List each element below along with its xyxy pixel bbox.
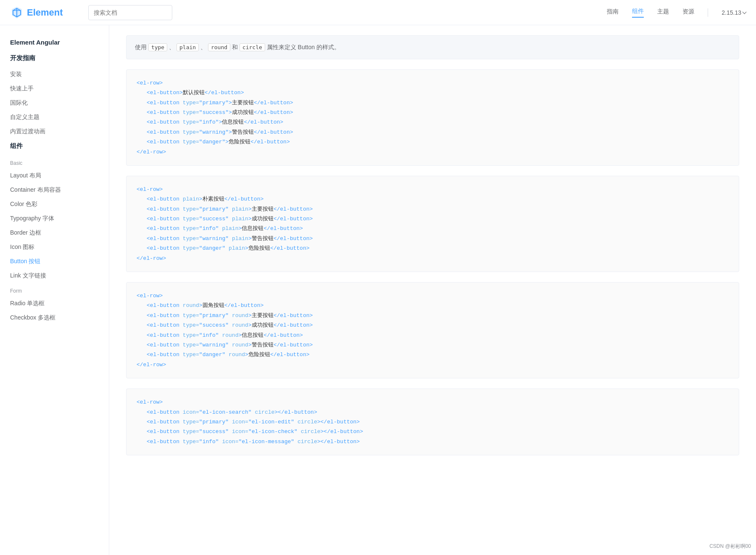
sidebar-item-layout[interactable]: Layout 布局 <box>0 169 109 183</box>
page-layout: Element Angular 开发指南 安装 快速上手 国际化 自定义主题 内… <box>0 25 756 555</box>
nav-item-resources[interactable]: 资源 <box>682 8 694 17</box>
version-selector[interactable]: 2.15.13 <box>722 9 746 16</box>
sidebar-item-container[interactable]: Container 布局容器 <box>0 183 109 197</box>
chevron-down-icon <box>743 10 747 14</box>
sidebar-item-link[interactable]: Link 文字链接 <box>0 269 109 283</box>
sidebar-item-checkbox[interactable]: Checkbox 多选框 <box>0 311 109 325</box>
watermark: CSDN @彬彬啊00 <box>709 543 751 550</box>
sidebar-category-basic: Basic <box>0 155 109 169</box>
sidebar-item-custom-theme[interactable]: 自定义主题 <box>0 110 109 124</box>
sidebar-item-border[interactable]: Border 边框 <box>0 226 109 240</box>
sidebar-item-color[interactable]: Color 色彩 <box>0 197 109 211</box>
nav-item-theme[interactable]: 主题 <box>657 8 669 17</box>
inline-code-type: type <box>148 43 167 51</box>
description-box: 使用 type 、 plain 、 round 和 circle 属性来定义 B… <box>126 35 739 59</box>
code-block-type: <el-row> <el-button>默认按钮</el-button> <el… <box>126 69 739 166</box>
nav-divider <box>708 8 708 17</box>
sidebar-item-transitions[interactable]: 内置过渡动画 <box>0 124 109 139</box>
sidebar-category-form: Form <box>0 283 109 296</box>
nav-item-components[interactable]: 组件 <box>632 8 644 18</box>
sidebar-item-quickstart[interactable]: 快速上手 <box>0 82 109 96</box>
sidebar-item-icon[interactable]: Icon 图标 <box>0 240 109 254</box>
code-block-round: <el-row> <el-button round>圆角按钮</el-butto… <box>126 282 739 378</box>
logo-icon <box>10 6 24 19</box>
header-nav: 指南 组件 主题 资源 2.15.13 <box>607 8 746 18</box>
header: Element 指南 组件 主题 资源 2.15.13 <box>0 0 756 25</box>
description-text-suffix: 属性来定义 Button 的样式。 <box>267 44 340 50</box>
main-content: 使用 type 、 plain 、 round 和 circle 属性来定义 B… <box>109 25 756 555</box>
logo-text: Element <box>27 7 63 18</box>
sidebar-item-typography[interactable]: Typography 字体 <box>0 211 109 226</box>
sidebar-item-button[interactable]: Button 按钮 <box>0 254 109 269</box>
code-block-circle: <el-row> <el-button icon="el-icon-search… <box>126 388 739 455</box>
description-text-prefix: 使用 <box>135 44 148 50</box>
inline-code-plain: plain <box>176 43 199 51</box>
sidebar-item-radio[interactable]: Radio 单选框 <box>0 296 109 311</box>
logo[interactable]: Element <box>10 6 63 19</box>
sidebar-components-title: 组件 <box>0 139 109 155</box>
sidebar-item-i18n[interactable]: 国际化 <box>0 96 109 110</box>
inline-code-circle: circle <box>240 43 265 51</box>
sidebar: Element Angular 开发指南 安装 快速上手 国际化 自定义主题 内… <box>0 25 109 555</box>
header-search-container <box>88 5 172 20</box>
version-text: 2.15.13 <box>722 9 741 16</box>
sidebar-app-title: Element Angular <box>0 35 109 51</box>
nav-item-guide[interactable]: 指南 <box>607 8 619 17</box>
description-sep1: 、 <box>169 44 176 50</box>
code-block-plain: <el-row> <el-button plain>朴素按钮</el-butto… <box>126 176 739 272</box>
inline-code-round: round <box>208 43 230 51</box>
sidebar-item-install[interactable]: 安装 <box>0 67 109 82</box>
description-sep2: 、 <box>200 44 208 50</box>
sidebar-dev-guide-title: 开发指南 <box>0 51 109 67</box>
description-text-and: 和 <box>232 44 240 50</box>
search-input[interactable] <box>88 5 172 20</box>
